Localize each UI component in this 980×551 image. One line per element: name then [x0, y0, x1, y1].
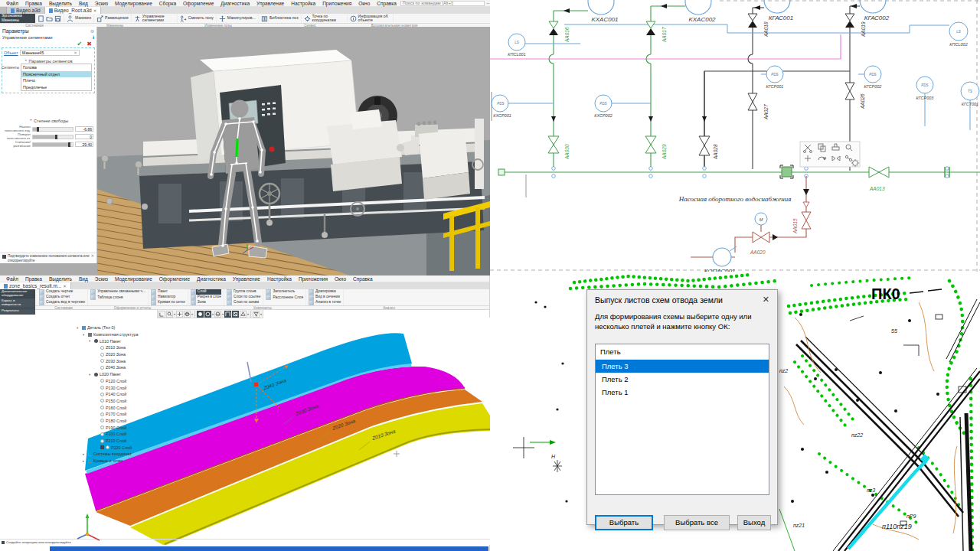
- minimize-icon[interactable]: –: [487, 1, 489, 5]
- menu-sketch[interactable]: Эскиз: [92, 1, 111, 6]
- tree-item[interactable]: ▸Системы координат: [77, 451, 218, 458]
- tab-list-icon[interactable]: [0, 7, 7, 14]
- close-tab-icon[interactable]: ✕: [63, 284, 67, 289]
- linked-docs[interactable]: Управление связанными ч...: [90, 289, 145, 295]
- menu-settings[interactable]: Настройка: [288, 1, 318, 6]
- new-document-icon[interactable]: [38, 15, 44, 22]
- tree-item[interactable]: P210 Слой: [77, 438, 218, 445]
- flex-slider[interactable]: [32, 142, 74, 147]
- command-search-input[interactable]: [400, 1, 485, 6]
- menu-applications[interactable]: Приложения: [296, 276, 331, 282]
- mode-extra-equipment[interactable]: Дополнительное оборудование: [0, 289, 35, 298]
- layer-table[interactable]: Таблица слоев: [90, 295, 145, 300]
- select-button[interactable]: Выбрать: [595, 515, 653, 530]
- tree-item[interactable]: P170 Слой: [77, 411, 218, 418]
- select-all-button[interactable]: Выбрать все: [664, 515, 730, 530]
- doc-tab-video-root[interactable]: Видео_Root.a3d✕: [45, 7, 102, 14]
- help-icon[interactable]: ℹ: [93, 34, 94, 40]
- tree-item[interactable]: P150 Слой: [77, 398, 218, 405]
- point-analysis[interactable]: Анализ в точке: [309, 300, 341, 305]
- tree-item[interactable]: Z040 Зона: [77, 364, 218, 371]
- menu-assembly[interactable]: Сборка: [156, 1, 179, 6]
- tree-item[interactable]: Z020 Зона: [77, 351, 218, 358]
- tree-item[interactable]: ▾L010 Пакет: [77, 337, 218, 344]
- selected-element[interactable]: [780, 165, 793, 178]
- menu-diagnostics[interactable]: Диагностика: [194, 276, 229, 282]
- pid-schematic-view[interactable]: LS LS PDS PDS PDS PDS PDS TS КПСL001 КПС…: [490, 0, 980, 276]
- create-drawing[interactable]: Создать чертеж: [39, 289, 85, 295]
- filler[interactable]: Заполнитель: [266, 289, 303, 295]
- tree-item[interactable]: P130 Слой: [77, 384, 218, 391]
- menu-drafting[interactable]: Оформление: [180, 1, 217, 6]
- tree-item[interactable]: P200 Слой: [77, 431, 218, 438]
- orbit-icon[interactable]: [184, 311, 191, 318]
- clip-view-icon[interactable]: [232, 311, 239, 318]
- slider-value[interactable]: 29.40: [75, 142, 93, 147]
- create-report[interactable]: Создать отчет: [39, 295, 85, 300]
- display-mode-icon[interactable]: [204, 311, 211, 318]
- zoom-icon[interactable]: [166, 311, 173, 318]
- save-icon[interactable]: [54, 15, 61, 22]
- menu-select[interactable]: Выделить: [46, 1, 75, 6]
- menu-management[interactable]: Управление: [253, 1, 287, 6]
- section-view-icon[interactable]: [224, 311, 231, 318]
- tree-item[interactable]: ▾Деталь (Тел 0): [77, 324, 218, 331]
- list-item-plet1[interactable]: Плеть 1: [596, 386, 769, 399]
- ribbon-point-by-coordinates[interactable]: Точка по координатам: [302, 14, 348, 23]
- menu-help[interactable]: Справка: [374, 1, 400, 6]
- tree-item[interactable]: Z030 Зона: [77, 357, 218, 364]
- layer-group[interactable]: Группа слоев: [227, 289, 260, 295]
- taskbar-strip[interactable]: [50, 546, 488, 551]
- mode-frame-surfaces[interactable]: Каркас и поверхности: [0, 298, 35, 308]
- section-view[interactable]: Вид в сечении: [309, 295, 341, 300]
- ribbon-object-info[interactable]: Информация об объекте: [348, 14, 394, 23]
- object-link[interactable]: Объект: [4, 51, 18, 55]
- navigator[interactable]: Навигатор: [151, 295, 185, 300]
- menu-diagnostics[interactable]: Диагностика: [217, 1, 253, 6]
- hidden-lines-icon[interactable]: [214, 311, 221, 318]
- segment-item-forearm[interactable]: Предплечье: [21, 84, 91, 91]
- curve-on-grid[interactable]: Кривая по сетке: [151, 300, 185, 305]
- menu-applications[interactable]: Приложения: [319, 1, 354, 6]
- slider-value[interactable]: -6.86: [75, 126, 93, 132]
- layer-split[interactable]: Расслоение Слоя: [266, 295, 303, 300]
- close-tab-icon[interactable]: ✕: [93, 8, 97, 13]
- zone-tool[interactable]: Зона: [191, 300, 221, 305]
- tree-item[interactable]: ▾Композитная структура: [77, 331, 218, 338]
- ribbon-manipulate[interactable]: Манипулиров...: [217, 14, 259, 23]
- menu-view[interactable]: Вид: [76, 276, 91, 282]
- object-input[interactable]: Манекен45✕: [20, 50, 80, 56]
- ribbon-segment-control[interactable]: Управление сегментами: [132, 14, 178, 23]
- segment-item-lumbar[interactable]: Поясничный отдел: [21, 71, 91, 78]
- tree-item-editing[interactable]: P220 Слой: [77, 444, 218, 451]
- tree-item[interactable]: Z010 Зона: [77, 344, 218, 351]
- list-item-plet2[interactable]: Плеть 2: [596, 373, 769, 386]
- tree-item[interactable]: P160 Слой: [77, 404, 218, 411]
- rotate-slider[interactable]: [32, 135, 74, 139]
- menu-file[interactable]: Файл: [3, 1, 21, 6]
- list-item-plet3[interactable]: Плеть 3: [596, 360, 769, 373]
- menu-modeling[interactable]: Моделирование: [112, 276, 155, 282]
- tilt-slider[interactable]: [32, 127, 74, 132]
- tree-item[interactable]: P180 Слой: [77, 418, 218, 425]
- segment-item-head[interactable]: Голова: [21, 64, 91, 71]
- layers-by-zones[interactable]: Слои по зонам: [227, 300, 260, 305]
- ribbon-change-pose[interactable]: Сменить позу: [178, 14, 217, 23]
- menu-window[interactable]: Окно: [355, 1, 373, 6]
- package[interactable]: Пакет: [151, 289, 185, 295]
- create-view[interactable]: Создать вид в чертеже: [39, 300, 85, 305]
- layer-tool[interactable]: Слой: [191, 289, 221, 295]
- tl-3d-viewport[interactable]: [97, 27, 490, 276]
- menu-help[interactable]: Справка: [350, 276, 376, 282]
- menu-window[interactable]: Окно: [332, 276, 349, 282]
- menu-settings[interactable]: Настройка: [264, 276, 295, 282]
- tree-item[interactable]: P190 Слой: [77, 424, 218, 431]
- slider-value[interactable]: 0: [75, 134, 93, 139]
- appearance-icon[interactable]: [240, 311, 247, 318]
- tree-item[interactable]: P120 Слой: [77, 378, 218, 385]
- dof-section-header[interactable]: ⌃ Степени свободы: [0, 117, 97, 124]
- menu-view[interactable]: Вид: [76, 1, 91, 6]
- mode-results[interactable]: Результаты: [0, 308, 35, 315]
- tree-item[interactable]: P140 Слой: [77, 391, 218, 398]
- menu-file[interactable]: Файл: [3, 276, 21, 282]
